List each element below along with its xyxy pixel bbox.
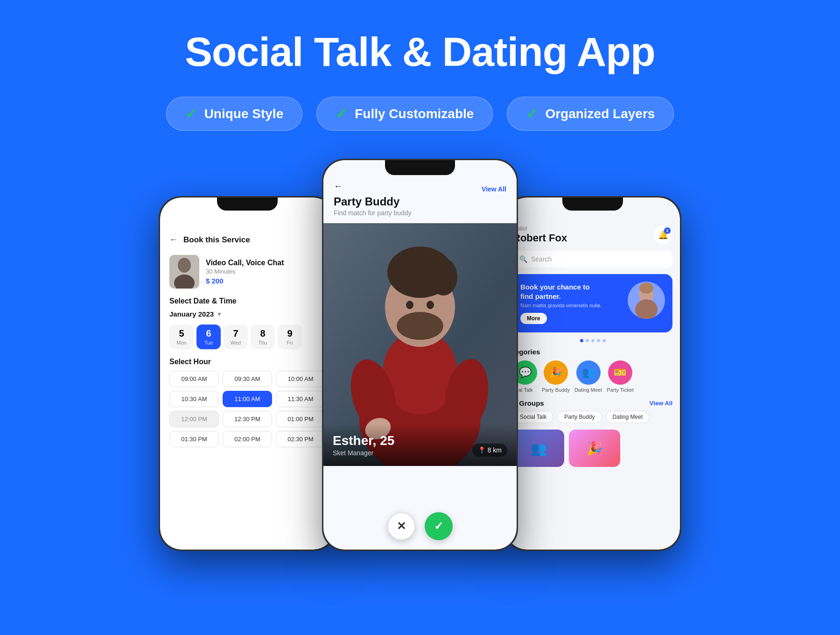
back-arrow-icon[interactable]: ← — [169, 235, 178, 245]
dot-3[interactable] — [591, 339, 595, 342]
view-all-link[interactable]: View All — [482, 185, 506, 193]
hello-label: Hello! — [513, 226, 567, 232]
date-num: 6 — [206, 328, 211, 339]
phones-row: ← Book this Service Video Call, Voice Ch… — [0, 159, 840, 551]
tag-party-buddy[interactable]: Party Buddy — [557, 411, 602, 423]
time-slot-1230[interactable]: 12:30 PM — [223, 411, 272, 427]
groups-view-all[interactable]: View All — [650, 400, 672, 407]
badge-label-2: Fully Customizable — [355, 106, 474, 121]
dot-1[interactable] — [580, 339, 583, 342]
date-num: 8 — [260, 328, 265, 339]
date-item-6[interactable]: 6 Tue — [196, 325, 221, 349]
date-item-5[interactable]: 5 Mon — [169, 325, 194, 349]
date-day: Tue — [204, 340, 213, 346]
date-item-7[interactable]: 7 Wed — [224, 325, 248, 349]
badge-unique-style: ✓ Unique Style — [166, 97, 303, 131]
cat-label-social-talk: ial Talk — [517, 387, 532, 393]
cat-icon-party-ticket: 🎫 — [608, 360, 632, 385]
right-header-row: Hello! Robert Fox 🔔 2 — [513, 226, 672, 244]
notification-button[interactable]: 🔔 2 — [654, 226, 672, 244]
profile-role: Sket Manager — [333, 449, 394, 457]
promo-text: Book your chance to find partner. Nam ma… — [520, 282, 602, 324]
profile-info: Esther, 25 Sket Manager — [333, 433, 394, 457]
date-day: Wed — [231, 340, 241, 346]
promo-more-button[interactable]: More — [520, 313, 547, 324]
time-grid: 09:00 AM 09:30 AM 10:00 AM 10:30 AM 11:0… — [169, 371, 325, 447]
dot-4[interactable] — [597, 339, 600, 342]
user-greeting: Hello! Robert Fox — [513, 226, 567, 244]
user-name: Robert Fox — [513, 232, 567, 244]
time-slot-1030[interactable]: 10:30 AM — [169, 391, 219, 407]
like-button[interactable]: ✓ — [425, 512, 453, 540]
search-placeholder: Search — [531, 255, 552, 263]
party-buddy-subtitle: Find match for party buddy — [334, 209, 506, 217]
search-icon: 🔍 — [519, 255, 527, 263]
left-phone-screen: ← Book this Service Video Call, Voice Ch… — [160, 198, 335, 550]
left-phone: ← Book this Service Video Call, Voice Ch… — [159, 196, 336, 551]
badge-label-3: Organized Layers — [545, 106, 655, 121]
chevron-down-icon[interactable]: ▼ — [217, 311, 222, 318]
svg-point-11 — [429, 258, 457, 296]
party-buddy-title: Party Buddy — [334, 195, 506, 208]
notification-badge: 2 — [664, 227, 671, 234]
cat-label-dating-meet: Dating Meet — [574, 387, 602, 393]
dislike-button[interactable]: ✕ — [387, 512, 415, 540]
cat-dating-meet[interactable]: 👥 Dating Meet — [574, 360, 602, 393]
service-title: Video Call, Voice Chat — [206, 259, 284, 267]
time-slot-1400[interactable]: 02:00 PM — [223, 431, 272, 447]
promo-image — [628, 282, 665, 319]
profile-image: Esther, 25 Sket Manager 📍 8 km — [323, 223, 517, 466]
time-slot-1100[interactable]: 11:00 AM — [223, 391, 272, 407]
hour-section-label: Select Hour — [169, 358, 325, 366]
group-photos: 👥 🎉 — [513, 430, 672, 467]
tag-row: Social Talk Party Buddy Dating Meet — [513, 411, 672, 423]
cat-party-buddy[interactable]: 🎉 Party Buddy — [542, 360, 570, 393]
left-phone-notch — [217, 198, 278, 211]
group-photo-2: 🎉 — [569, 430, 620, 467]
page-title: Social Talk & Dating App — [185, 28, 655, 76]
promo-title: Book your chance to find partner. — [520, 282, 595, 301]
center-phone-notch — [385, 160, 455, 175]
date-day: Mon — [176, 340, 186, 346]
time-slot-0900[interactable]: 09:00 AM — [169, 371, 219, 387]
profile-distance: 📍 8 km — [472, 444, 507, 457]
center-back-arrow[interactable]: ← — [334, 181, 343, 191]
left-top-bar: ← Book this Service — [169, 235, 325, 251]
center-action-buttons: ✕ ✓ — [323, 512, 517, 540]
search-bar[interactable]: 🔍 Search — [513, 251, 672, 268]
time-slot-1430[interactable]: 02:30 PM — [276, 431, 325, 447]
location-pin-icon: 📍 — [478, 446, 486, 454]
date-row: 5 Mon 6 Tue 7 Wed 8 Thu 9 Fri — [169, 325, 325, 349]
profile-name: Esther, 25 — [333, 433, 394, 448]
svg-point-1 — [178, 258, 191, 273]
tag-dating-meet[interactable]: Dating Meet — [606, 411, 650, 423]
svg-point-14 — [427, 301, 434, 309]
time-slot-1130[interactable]: 11:30 AM — [276, 391, 325, 407]
month-label: January 2023 — [169, 310, 214, 318]
service-info: Video Call, Voice Chat 30 Minutes $ 200 — [206, 259, 284, 285]
check-icon-3: ✓ — [526, 106, 538, 122]
service-card: Video Call, Voice Chat 30 Minutes $ 200 — [169, 255, 325, 289]
service-subtitle: 30 Minutes — [206, 268, 284, 275]
tag-social-talk[interactable]: Social Talk — [513, 411, 553, 423]
groups-row: d Groups View All — [513, 399, 672, 407]
time-slot-0930[interactable]: 09:30 AM — [223, 371, 272, 387]
center-phone: ← View All Party Buddy Find match for pa… — [322, 159, 518, 551]
right-phone-notch — [562, 198, 623, 211]
time-slot-1330[interactable]: 01:30 PM — [169, 431, 219, 447]
date-item-8[interactable]: 8 Thu — [251, 325, 275, 349]
date-section-label: Select Date & Time — [169, 297, 325, 305]
time-slot-1200[interactable]: 12:00 PM — [169, 411, 219, 427]
service-price: $ 200 — [206, 277, 284, 285]
check-icon-2: ✓ — [336, 106, 347, 122]
dot-2[interactable] — [586, 339, 589, 342]
promo-banner: Book your chance to find partner. Nam ma… — [513, 274, 672, 332]
date-item-9[interactable]: 9 Fri — [278, 325, 302, 349]
badge-label-1: Unique Style — [204, 106, 284, 121]
time-slot-1000[interactable]: 10:00 AM — [276, 371, 325, 387]
cat-party-ticket[interactable]: 🎫 Party Ticket — [607, 360, 633, 393]
time-slot-1300[interactable]: 01:00 PM — [276, 411, 325, 427]
dot-5[interactable] — [602, 339, 606, 342]
categories-row: 💬 ial Talk 🎉 Party Buddy 👥 Dating Meet 🎫… — [513, 360, 672, 393]
badges-row: ✓ Unique Style ✓ Fully Customizable ✓ Or… — [166, 97, 674, 131]
